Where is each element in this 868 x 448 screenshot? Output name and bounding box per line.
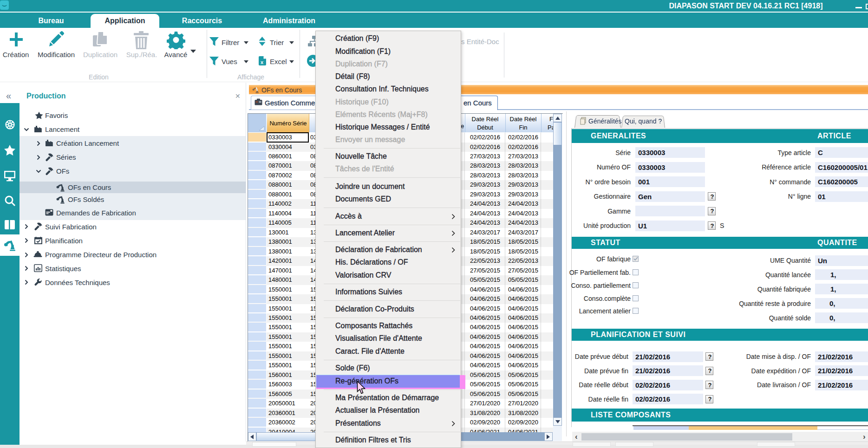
svg-text:x: x bbox=[261, 59, 264, 65]
